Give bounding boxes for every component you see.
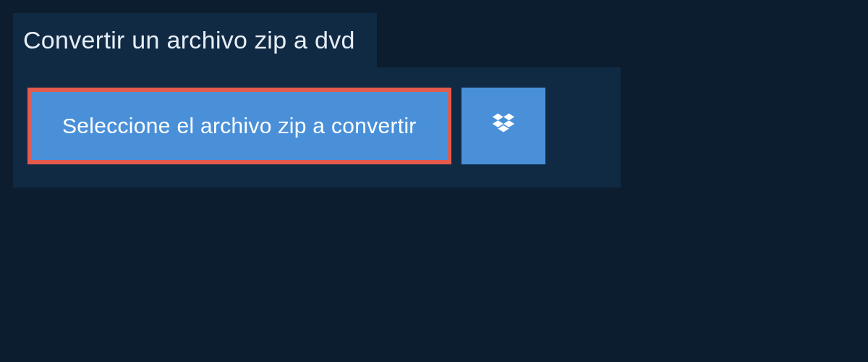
header-fill (377, 13, 621, 67)
select-file-button[interactable]: Seleccione el archivo zip a convertir (27, 88, 451, 164)
page-title: Convertir un archivo zip a dvd (23, 26, 355, 54)
tab-header: Convertir un archivo zip a dvd (13, 13, 377, 67)
converter-panel: Convertir un archivo zip a dvd Seleccion… (13, 13, 621, 188)
header-row: Convertir un archivo zip a dvd (13, 13, 621, 67)
select-file-label: Seleccione el archivo zip a convertir (62, 114, 417, 138)
action-row: Seleccione el archivo zip a convertir (13, 67, 621, 188)
dropbox-icon (490, 111, 517, 141)
dropbox-button[interactable] (461, 88, 545, 164)
